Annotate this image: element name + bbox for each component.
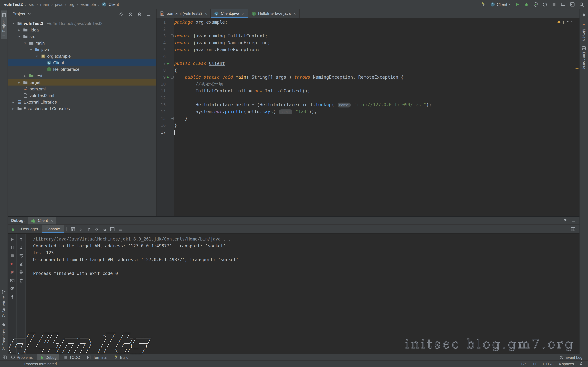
toolwindow-button-debug[interactable]: Debug: [37, 354, 60, 360]
breadcrumb-item-main[interactable]: main: [40, 2, 49, 7]
run-icon[interactable]: [515, 2, 520, 7]
view-tab-debugger[interactable]: Debugger: [17, 225, 42, 233]
restore-layout-button[interactable]: [69, 225, 77, 233]
chevron-up-icon[interactable]: [566, 20, 570, 24]
stripe-bell[interactable]: [581, 10, 587, 20]
collapsed-arrow-icon[interactable]: ▸: [23, 74, 27, 77]
stripe-database[interactable]: Database: [581, 43, 587, 72]
stripe-1-project[interactable]: 1: Project: [1, 10, 7, 39]
tree-item-main[interactable]: ▾main: [8, 40, 156, 46]
collapsed-arrow-icon[interactable]: ▸: [17, 80, 21, 84]
settings-button[interactable]: [9, 286, 15, 291]
run-config-select[interactable]: CClient▾: [490, 2, 510, 7]
fold-icon[interactable]: −: [171, 117, 173, 120]
expanded-arrow-icon[interactable]: ▾: [35, 54, 39, 58]
file-encoding[interactable]: UTF-8: [543, 362, 553, 366]
toolwindow-button-problems[interactable]: Problems: [8, 354, 36, 360]
arrow-up-button[interactable]: [85, 225, 93, 233]
view-tab-console[interactable]: Console: [42, 225, 63, 233]
pause-button[interactable]: [9, 245, 15, 250]
debug-icon[interactable]: [524, 2, 529, 7]
toolwindow-button-build[interactable]: Build: [111, 354, 131, 360]
caret-position[interactable]: 17:1: [520, 362, 528, 366]
tool-windows-button[interactable]: [109, 225, 116, 233]
search-icon[interactable]: [579, 2, 584, 7]
tree-item-pom-xml[interactable]: mpom.xml: [8, 85, 156, 92]
close-icon[interactable]: ×: [242, 11, 244, 16]
arrow-up-button[interactable]: [18, 237, 24, 242]
collapsed-arrow-icon[interactable]: ▸: [17, 28, 21, 32]
expanded-arrow-icon[interactable]: ▾: [23, 41, 27, 45]
code-editor[interactable]: 1package org.example;23−import javax.nam…: [156, 18, 579, 216]
run-line-icon[interactable]: [167, 76, 169, 78]
hammer-icon[interactable]: [481, 2, 486, 7]
scroll-end-button[interactable]: [18, 261, 24, 267]
settings-icon[interactable]: [563, 218, 568, 223]
debug-session-tab[interactable]: Client×: [28, 217, 56, 225]
close-icon[interactable]: ×: [51, 218, 53, 223]
toolwindow-button-terminal[interactable]: Terminal: [84, 354, 110, 360]
tool-windows-icon[interactable]: [3, 355, 7, 359]
collapsed-arrow-icon[interactable]: ▸: [11, 100, 15, 104]
collapse-all-button[interactable]: [126, 9, 134, 19]
scroll-end-button[interactable]: [93, 225, 101, 233]
screencast-icon[interactable]: [561, 2, 566, 7]
print-button[interactable]: [18, 269, 24, 275]
stop-button[interactable]: [9, 253, 15, 259]
stop-icon[interactable]: [552, 2, 556, 7]
editor-tab-pom-xml-vulntest2[interactable]: mpom.xml (vulnTest2)×: [156, 9, 211, 18]
tree-item-src[interactable]: ▾src: [8, 33, 156, 40]
chevron-down-sm-icon[interactable]: [27, 11, 32, 16]
toolwindow-button-todo[interactable]: TODO: [61, 354, 83, 360]
tree-item-external-libraries[interactable]: ▸External Libraries: [8, 99, 156, 105]
chevron-down-sm-icon[interactable]: [570, 20, 574, 24]
close-icon[interactable]: ×: [293, 11, 296, 16]
line-separator[interactable]: LF: [533, 362, 538, 366]
tree-item-hellointerface[interactable]: IHelloInterface: [8, 66, 156, 72]
fold-icon[interactable]: −: [171, 34, 173, 37]
tree-item-vulntest2-iml[interactable]: vulnTest2.iml: [8, 92, 156, 99]
tree-item-idea[interactable]: ▸.idea: [8, 26, 156, 33]
arrow-down-button[interactable]: [77, 225, 85, 233]
breadcrumb-item-org[interactable]: org: [69, 2, 75, 7]
expanded-arrow-icon[interactable]: ▾: [17, 34, 21, 38]
soft-wrap-button[interactable]: [18, 253, 24, 259]
breadcrumb-item-src[interactable]: src: [29, 2, 34, 7]
project-panel-title[interactable]: Project: [12, 12, 25, 17]
mute-breakpoints-button[interactable]: [9, 269, 15, 275]
layout-button[interactable]: [569, 225, 577, 233]
profiler-icon[interactable]: [542, 2, 547, 7]
hide-button[interactable]: [145, 9, 153, 19]
project-view-selector[interactable]: [27, 11, 32, 17]
coverage-icon[interactable]: [533, 2, 538, 7]
tree-item-client[interactable]: CClient: [8, 59, 156, 66]
fold-icon[interactable]: −: [171, 76, 173, 79]
editor-tab-hellointerface-java[interactable]: IHelloInterface.java×: [248, 9, 299, 18]
breadcrumb-item-vulntest2[interactable]: vulnTest2: [4, 2, 23, 7]
tree-item-scratches-and-consoles[interactable]: ▸Scratches and Consoles: [8, 105, 156, 112]
tree-item-test[interactable]: ▸test: [8, 72, 156, 79]
camera-button[interactable]: [9, 277, 15, 283]
breadcrumb-item-java[interactable]: java: [55, 2, 62, 7]
tool-windows-icon[interactable]: [570, 2, 575, 7]
soft-wrap-button[interactable]: [101, 225, 109, 233]
arrow-down-button[interactable]: [18, 245, 24, 250]
locate-button[interactable]: [117, 9, 125, 19]
stripe-maven[interactable]: mMaven: [581, 20, 587, 43]
console-output[interactable]: /Library/Java/JavaVirtualMachines/jdk1.8…: [26, 234, 579, 354]
editor-tab-client-java[interactable]: CClient.java×: [211, 9, 248, 18]
view-breakpoints-button[interactable]: [9, 261, 15, 267]
pin-button[interactable]: [9, 294, 15, 300]
expanded-arrow-icon[interactable]: ▾: [11, 21, 15, 25]
collapsed-arrow-icon[interactable]: ▸: [11, 107, 15, 110]
warning-stripe-mark[interactable]: [576, 68, 579, 69]
close-icon[interactable]: ×: [205, 11, 207, 16]
run-line-icon[interactable]: [167, 62, 169, 65]
lock-open-icon[interactable]: [579, 362, 583, 366]
tree-item-java[interactable]: ▾java: [8, 46, 156, 53]
stripe-2-favorites[interactable]: 2: Favorites: [1, 320, 7, 353]
settings-button[interactable]: [136, 9, 143, 19]
toolwindow-button-event-log[interactable]: Event Log: [556, 354, 585, 360]
breadcrumb-item-client[interactable]: CClient: [102, 2, 119, 7]
tree-item-org-example[interactable]: ▾org.example: [8, 53, 156, 59]
